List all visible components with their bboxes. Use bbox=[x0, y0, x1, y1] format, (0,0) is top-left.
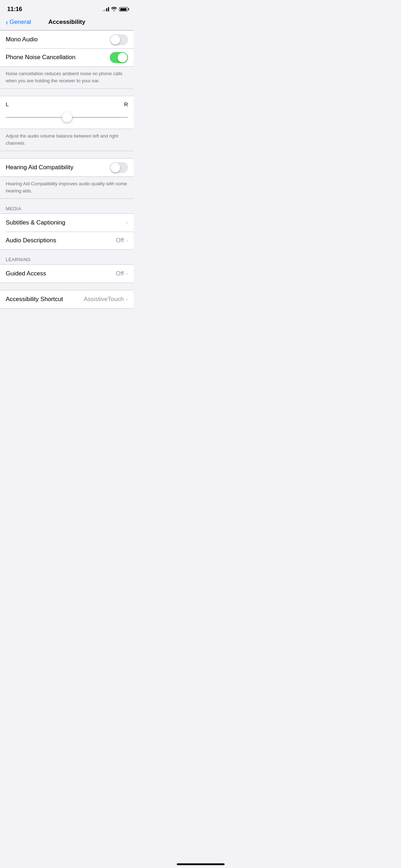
accessibility-shortcut-label: Accessibility Shortcut bbox=[6, 296, 84, 303]
page-title: Accessibility bbox=[48, 19, 86, 26]
audio-descriptions-cell[interactable]: Audio Descriptions Off › bbox=[0, 232, 134, 249]
subtitles-captioning-label: Subtitles & Captioning bbox=[6, 219, 126, 226]
slider-thumb[interactable] bbox=[62, 112, 72, 122]
phone-noise-cancellation-cell[interactable]: Phone Noise Cancellation bbox=[0, 48, 134, 66]
status-time: 11:16 bbox=[7, 6, 22, 13]
guided-access-chevron-icon: › bbox=[126, 270, 128, 277]
guided-access-cell[interactable]: Guided Access Off › bbox=[0, 265, 134, 283]
slider-left-label: L bbox=[6, 101, 9, 107]
media-section-header: MEDIA bbox=[0, 199, 134, 213]
back-button[interactable]: ‹ General bbox=[6, 19, 31, 26]
mono-audio-toggle[interactable] bbox=[110, 34, 128, 45]
guided-access-value: Off bbox=[116, 270, 124, 277]
audio-descriptions-chevron-icon: › bbox=[126, 237, 128, 244]
mono-audio-toggle-thumb bbox=[110, 35, 120, 45]
learning-section-header: LEARNING bbox=[0, 250, 134, 264]
slider-right-label: R bbox=[124, 101, 128, 107]
audio-descriptions-value: Off bbox=[116, 237, 124, 244]
back-chevron-icon: ‹ bbox=[6, 19, 8, 26]
phone-noise-cancellation-label: Phone Noise Cancellation bbox=[6, 54, 110, 61]
hearing-aid-toggle-thumb bbox=[110, 163, 120, 172]
wifi-icon bbox=[111, 7, 117, 12]
audio-descriptions-label: Audio Descriptions bbox=[6, 237, 116, 244]
guided-access-label: Guided Access bbox=[6, 270, 116, 277]
phone-noise-cancellation-toggle-thumb bbox=[118, 53, 127, 62]
accessibility-shortcut-value: AssistiveTouch bbox=[84, 296, 124, 303]
slider-description: Adjust the audio volume balance between … bbox=[0, 129, 134, 151]
slider-track bbox=[6, 117, 128, 118]
slider-labels: L R bbox=[6, 101, 128, 107]
phone-noise-cancellation-toggle[interactable] bbox=[110, 52, 128, 63]
subtitles-captioning-cell[interactable]: Subtitles & Captioning › bbox=[0, 214, 134, 232]
hearing-aid-group: Hearing Aid Compatibility bbox=[0, 158, 134, 177]
nav-bar: ‹ General Accessibility bbox=[0, 16, 134, 30]
media-group: Subtitles & Captioning › Audio Descripti… bbox=[0, 213, 134, 250]
mono-audio-label: Mono Audio bbox=[6, 36, 110, 43]
status-icons bbox=[103, 7, 128, 12]
learning-group: Guided Access Off › bbox=[0, 264, 134, 283]
signal-icon bbox=[103, 7, 109, 11]
noise-cancellation-description: Noise cancellation reduces ambient noise… bbox=[0, 67, 134, 89]
hearing-aid-label: Hearing Aid Compatibility bbox=[6, 164, 110, 171]
mono-audio-cell[interactable]: Mono Audio bbox=[0, 31, 134, 48]
status-bar: 11:16 bbox=[0, 0, 134, 16]
battery-icon bbox=[119, 7, 128, 11]
shortcut-group: Accessibility Shortcut AssistiveTouch › bbox=[0, 290, 134, 309]
accessibility-shortcut-cell[interactable]: Accessibility Shortcut AssistiveTouch › bbox=[0, 290, 134, 308]
slider-container[interactable] bbox=[6, 111, 128, 124]
back-label: General bbox=[10, 19, 31, 26]
accessibility-shortcut-chevron-icon: › bbox=[126, 296, 128, 303]
hearing-aid-toggle[interactable] bbox=[110, 162, 128, 173]
subtitles-captioning-chevron-icon: › bbox=[126, 219, 128, 226]
audio-balance-section: L R bbox=[0, 96, 134, 129]
audio-settings-group: Mono Audio Phone Noise Cancellation bbox=[0, 30, 134, 67]
hearing-aid-cell[interactable]: Hearing Aid Compatibility bbox=[0, 159, 134, 176]
hearing-aid-description: Hearing Aid Compatibility improves audio… bbox=[0, 177, 134, 199]
